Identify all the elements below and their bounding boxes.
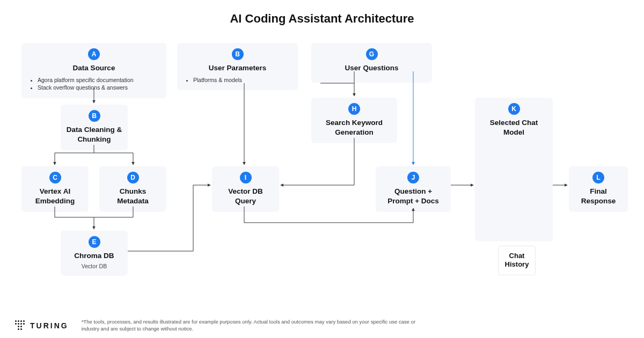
footer: TURING *The tools, processes, and result… <box>15 319 629 333</box>
badge-l: L <box>592 172 604 183</box>
disclaimer-text: *The tools, processes, and results illus… <box>82 319 425 333</box>
page-title: AI Coding Assistant Architecture <box>0 0 644 32</box>
diagram-canvas: A Data Source Agora platform specific do… <box>0 32 644 311</box>
badge-k: K <box>508 103 520 115</box>
node-question-prompt-docs: J Question + Prompt + Docs <box>376 166 451 212</box>
node-final-response: L Final Response <box>569 166 628 212</box>
node-title: Chunks Metadata <box>105 187 161 205</box>
badge-b: B <box>232 48 244 60</box>
node-chroma-db: E Chroma DB Vector DB <box>61 231 128 276</box>
node-subtitle: Vector DB <box>66 263 122 269</box>
brand-name: TURING <box>30 321 69 330</box>
badge-g: G <box>366 48 378 60</box>
logo-mark-icon <box>15 320 26 331</box>
badge-i: I <box>240 172 252 183</box>
node-search-keyword: H Search Keyword Generation <box>311 98 397 143</box>
badge-c: C <box>49 172 61 183</box>
node-chunks-metadata: D Chunks Metadata <box>99 166 166 212</box>
bullet: Agora platform specific documentation <box>38 76 161 84</box>
node-vertex-ai-embedding: C Vertex AI Embedding <box>21 166 89 212</box>
node-title: Search Keyword Generation <box>317 118 392 137</box>
node-selected-chat-model: K Selected Chat Model <box>475 98 553 241</box>
node-data-cleaning: B Data Cleaning & Chunking <box>61 105 128 150</box>
brand-logo: TURING <box>15 320 69 331</box>
bullet: Stack overflow questions & answers <box>38 84 161 92</box>
node-data-source: A Data Source Agora platform specific do… <box>21 43 166 98</box>
node-bullets: Agora platform specific documentation St… <box>27 76 161 92</box>
node-user-questions: G User Questions <box>311 43 432 83</box>
node-title: Final Response <box>574 187 623 205</box>
node-title: Question + Prompt + Docs <box>381 187 445 205</box>
badge-a: A <box>88 48 100 60</box>
chat-history-box: Chat History <box>498 246 536 275</box>
node-title: Selected Chat Model <box>480 118 547 137</box>
badge-b2: B <box>89 110 100 122</box>
node-title: Data Cleaning & Chunking <box>66 125 122 144</box>
badge-h: H <box>348 103 360 115</box>
node-title: User Parameters <box>182 63 292 73</box>
node-title: Data Source <box>27 63 161 73</box>
node-title: Vector DB Query <box>217 187 274 205</box>
badge-j: J <box>407 172 419 183</box>
node-title: User Questions <box>317 63 427 73</box>
node-title: Chroma DB <box>66 251 122 261</box>
node-bullets: Platforms & models <box>182 76 292 84</box>
node-vector-db-query: I Vector DB Query <box>212 166 279 212</box>
bullet: Platforms & models <box>193 76 292 84</box>
badge-d: D <box>127 172 139 183</box>
badge-e: E <box>89 236 100 248</box>
node-title: Vertex AI Embedding <box>27 187 83 205</box>
node-user-parameters: B User Parameters Platforms & models <box>177 43 298 90</box>
